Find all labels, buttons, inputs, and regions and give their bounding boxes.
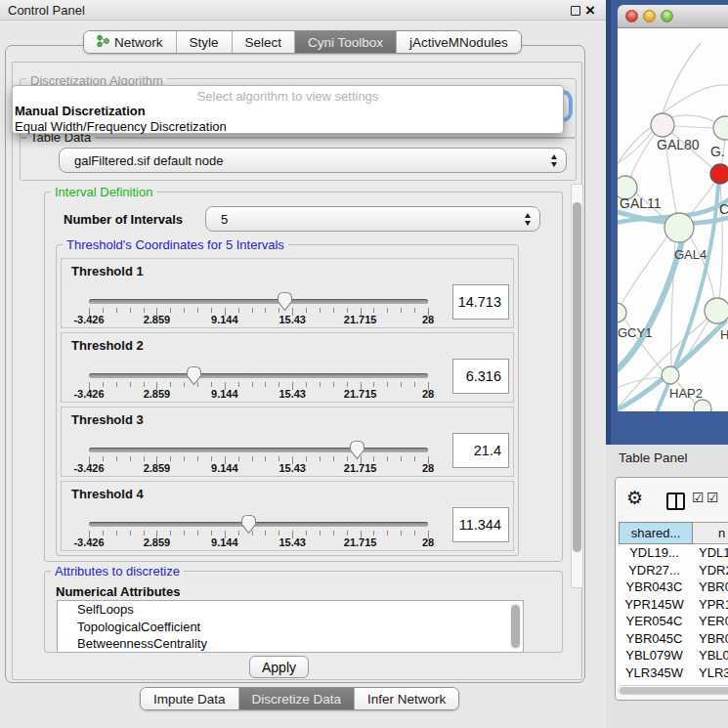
slider-tick: [401, 382, 402, 387]
threshold-value-field[interactable]: 6.316: [452, 359, 509, 394]
numerical-attributes-list[interactable]: SelfLoopsTopologicalCoefficientBetweenne…: [57, 600, 524, 653]
slider-tick: [387, 531, 388, 535]
column-header-shared-name[interactable]: shared...: [619, 522, 693, 544]
slider-tick: [170, 308, 171, 313]
gear-icon[interactable]: ⚙: [626, 487, 643, 509]
tab-style[interactable]: Style: [176, 31, 232, 53]
slider-scale-label: 2.859: [144, 536, 171, 548]
attributes-list-scrollbar[interactable]: [510, 603, 521, 650]
attribute-list-item[interactable]: SelfLoops: [58, 601, 523, 619]
slider-track[interactable]: [89, 522, 428, 527]
slider-tick: [373, 531, 374, 535]
cell-shared-name: YBR043C: [616, 579, 693, 594]
algorithm-dropdown-hint: Select algorithm to view settings: [13, 86, 563, 104]
slider-tick: [130, 456, 131, 461]
checkbox-rows-icon[interactable]: ☑: [707, 490, 719, 505]
settings-vertical-scrollbar[interactable]: [571, 184, 583, 588]
slider-scale-label: 15.43: [278, 388, 306, 400]
thresholds-title: Threshold's Coordinates for 5 Intervals: [63, 237, 288, 252]
slider-tick: [211, 382, 212, 387]
number-of-intervals-select[interactable]: 5: [205, 206, 540, 232]
threshold-value-field[interactable]: 11.344: [452, 507, 509, 542]
slider-tick: [347, 531, 348, 535]
close-icon[interactable]: ×: [585, 0, 595, 21]
network-window-titlebar[interactable]: [618, 5, 728, 28]
hap2-node[interactable]: [662, 366, 679, 384]
slider-thumb[interactable]: [239, 513, 258, 535]
slider-tick: [130, 382, 131, 387]
table-row[interactable]: YLR345WYLR3: [616, 664, 728, 682]
tab-label: jActiveMNodules: [409, 35, 508, 50]
float-window-icon[interactable]: [571, 6, 580, 16]
network-icon: [97, 34, 109, 51]
checkbox-columns-icon[interactable]: ☑: [692, 490, 705, 505]
red-node[interactable]: [710, 164, 728, 184]
table-data-select[interactable]: galFiltered.sif default node: [59, 148, 567, 173]
split-panel-icon[interactable]: [666, 492, 685, 510]
slider-tick: [197, 456, 198, 461]
scrollbar-thumb[interactable]: [573, 202, 581, 552]
network-edge: [630, 134, 655, 177]
node-label: HAP2: [669, 386, 703, 401]
tab-jactivemnodules[interactable]: jActiveMNodules: [396, 31, 521, 53]
attribute-list-item[interactable]: TopologicalCoefficient: [58, 619, 523, 636]
threshold-row-4: Threshold 4-3.4262.8599.14415.4321.71528…: [61, 481, 514, 551]
zoom-traffic-light-icon[interactable]: [661, 10, 673, 22]
gal80-node[interactable]: [651, 113, 674, 137]
tab-cyni-toolbox[interactable]: Cyni Toolbox: [294, 31, 396, 53]
slider-track[interactable]: [89, 373, 428, 378]
slider-thumb[interactable]: [348, 439, 366, 460]
tab-select[interactable]: Select: [232, 31, 295, 53]
slider-tick: [414, 531, 415, 535]
number-of-intervals-value: 5: [221, 212, 228, 227]
close-traffic-light-icon[interactable]: [625, 10, 638, 22]
slider-track[interactable]: [89, 299, 428, 304]
table-row[interactable]: YDR27...YDR2: [616, 562, 728, 579]
gal4-node[interactable]: [664, 213, 694, 242]
slider-tick: [320, 531, 321, 535]
slider-scale-label: 15.43: [278, 314, 306, 325]
threshold-value-field[interactable]: 14.713: [452, 284, 509, 320]
number-of-intervals-label: Number of Intervals: [64, 212, 183, 227]
slider-tick: [211, 308, 212, 313]
slider-tick: [252, 308, 253, 313]
h-node[interactable]: [705, 298, 728, 323]
slider-thumb[interactable]: [185, 364, 203, 386]
apply-button[interactable]: Apply: [249, 656, 309, 678]
table-row[interactable]: YPR145WYPR1: [616, 596, 728, 614]
slider-tick: [278, 456, 279, 461]
algorithm-option-manual[interactable]: Manual Discretization: [13, 104, 563, 119]
table-row[interactable]: YBL079WYBL0: [616, 647, 728, 664]
cell-name: YBL0: [693, 648, 728, 663]
tab-discretize-data[interactable]: Discretize Data: [238, 688, 355, 709]
slider-scale-label: 21.715: [344, 462, 377, 474]
attribute-list-item[interactable]: BetweennessCentrality: [58, 635, 523, 653]
tab-infer-network[interactable]: Infer Network: [354, 688, 458, 709]
top-right-node[interactable]: [713, 116, 728, 140]
minimize-traffic-light-icon[interactable]: [643, 10, 656, 22]
network-canvas[interactable]: GAL80G.CGAL11GAL4GCY1HHAP2: [618, 28, 728, 411]
tab-impute-data[interactable]: Impute Data: [141, 688, 238, 709]
panel-title: Control Panel: [8, 0, 85, 21]
tab-network[interactable]: Network: [84, 31, 176, 53]
slider-thumb[interactable]: [276, 290, 294, 312]
table-row[interactable]: YBR043CYBR0: [616, 578, 728, 596]
table-row[interactable]: YDL19...YDL1: [616, 544, 728, 562]
cell-shared-name: YDR27...: [616, 563, 693, 578]
threshold-value-field[interactable]: 21.4: [452, 433, 509, 468]
table-header-row: shared... n: [616, 522, 728, 544]
algorithm-option-equal-width[interactable]: Equal Width/Frequency Discretization: [13, 119, 563, 135]
slider-tick: [414, 308, 415, 313]
cell-name: YPR1: [693, 597, 728, 612]
table-row[interactable]: YBR045CYBR0: [616, 630, 728, 648]
column-header-name[interactable]: n: [693, 522, 728, 544]
slider-tick: [373, 382, 374, 387]
table-row[interactable]: YER054CYER0: [616, 613, 728, 630]
cell-name: YBR0: [693, 631, 728, 646]
tab-label: Select: [245, 35, 282, 50]
scrollbar-thumb[interactable]: [620, 687, 728, 694]
slider-track[interactable]: [89, 448, 428, 452]
threshold-row-3: Threshold 3-3.4262.8599.14415.4321.71528…: [61, 407, 514, 477]
bottom-node[interactable]: [694, 400, 711, 411]
table-horizontal-scrollbar[interactable]: [618, 685, 728, 695]
